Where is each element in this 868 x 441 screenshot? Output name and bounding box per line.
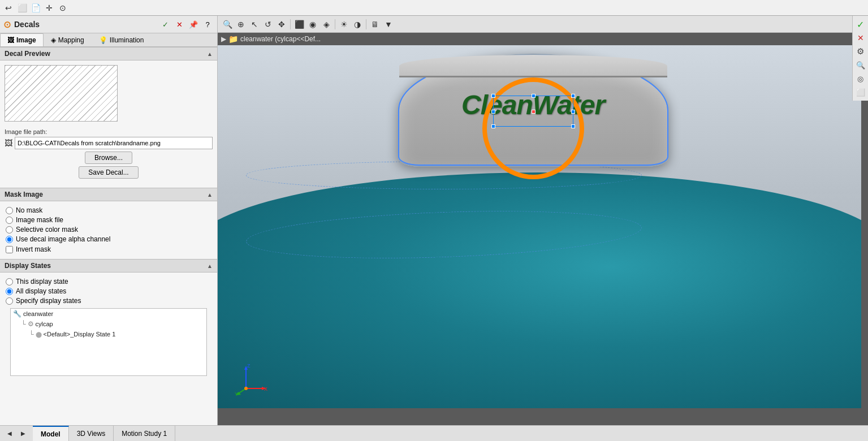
tab-illumination-label: Illumination — [110, 36, 144, 44]
mask-section: No mask Image mask file Selective color … — [0, 201, 217, 259]
right-confirm-icon[interactable]: ✓ — [854, 18, 867, 31]
viewport-toolbar: 🔍 ⊕ ↖ ↺ ✥ ⬛ ◉ ◈ ☀ ◑ 🖥 ▼ — [218, 16, 868, 33]
vp-render-icon[interactable]: ◉ — [306, 18, 319, 31]
mask-no-mask-row: No mask — [6, 206, 211, 214]
toolbar-add-icon[interactable]: ✛ — [43, 2, 55, 14]
tree-connector2-icon: └ — [29, 330, 34, 338]
decal-preview-section-header[interactable]: Decal Preview ▲ — [0, 47, 217, 60]
tab-image-icon: 🖼 — [7, 36, 14, 44]
vp-shadow-icon[interactable]: ◑ — [351, 18, 364, 31]
mask-image-collapse-icon: ▲ — [207, 192, 213, 198]
decal-preview-box — [5, 65, 118, 122]
tab-mapping[interactable]: ◈ Mapping — [44, 33, 92, 46]
help-button[interactable]: ? — [201, 18, 214, 31]
mask-image-file-radio[interactable] — [6, 217, 13, 224]
mask-no-mask-label: No mask — [16, 206, 42, 214]
display-specify-states-label: Specify display states — [16, 297, 81, 305]
viewport-3d[interactable]: CleanWater — [218, 45, 861, 408]
tab-illumination[interactable]: 💡 Illumination — [92, 33, 152, 46]
mask-alpha-channel-radio[interactable] — [6, 236, 13, 243]
brand-text: CleanWater — [461, 89, 604, 120]
mask-selective-color-row: Selective color mask — [6, 226, 211, 234]
mask-invert-row: Invert mask — [6, 245, 211, 253]
bottom-next-icon[interactable]: ▶ — [17, 427, 29, 440]
display-specify-states-radio[interactable] — [6, 297, 13, 305]
mask-no-mask-radio[interactable] — [6, 207, 13, 214]
scene-background: CleanWater — [218, 45, 861, 408]
tree-node-cleanwater[interactable]: 🔧 cleanwater — [11, 309, 206, 319]
tree-node-display-state-text: <Default>_Display State 1 — [44, 331, 116, 338]
pin-button[interactable]: 📌 — [187, 18, 200, 31]
display-states-title: Display States — [5, 262, 51, 270]
save-decal-button[interactable]: Save Decal... — [79, 166, 138, 179]
vp-cursor-icon[interactable]: ↖ — [248, 18, 261, 31]
vp-monitor-icon[interactable]: 🖥 — [369, 18, 381, 31]
right-cancel-icon[interactable]: ✕ — [854, 32, 867, 44]
file-path-input[interactable] — [15, 137, 213, 149]
vp-sep-1 — [290, 19, 291, 29]
left-panel-outer: ⊙ Decals ✓ ✕ 📌 ? 🖼 Image ◈ Mappi — [0, 16, 218, 425]
vp-more-icon[interactable]: ▼ — [382, 18, 395, 31]
svg-text:Z: Z — [247, 363, 251, 369]
mask-invert-checkbox[interactable] — [6, 246, 13, 253]
main-area: ⊙ Decals ✓ ✕ 📌 ? 🖼 Image ◈ Mappi — [0, 16, 868, 425]
browse-button[interactable]: Browse... — [85, 152, 132, 164]
vp-material-icon[interactable]: ◈ — [320, 18, 332, 31]
tree-node-cylcap[interactable]: └ ⚙ cylcap — [19, 319, 206, 329]
file-path-label: Image file path: — [5, 128, 213, 135]
tab-image[interactable]: 🖼 Image — [0, 33, 44, 46]
display-states-section: This display state All display states Sp… — [0, 273, 217, 383]
tab-mapping-icon: ◈ — [51, 36, 56, 44]
mask-invert-label: Invert mask — [16, 245, 51, 253]
display-all-states-radio[interactable] — [6, 288, 13, 295]
preview-hatch-pattern — [5, 66, 117, 121]
tree-node-cylcap-text: cylcap — [36, 321, 53, 327]
toolbar-open-icon[interactable]: 📄 — [29, 2, 42, 14]
right-circle-icon[interactable]: ◎ — [854, 72, 867, 85]
decal-preview-area — [0, 60, 217, 126]
right-search-icon[interactable]: 🔍 — [854, 59, 867, 71]
top-toolbar: ↩ ⬜ 📄 ✛ ⊙ — [0, 0, 868, 16]
right-square-icon[interactable]: ⬜ — [854, 86, 867, 98]
vp-light-icon[interactable]: ☀ — [338, 18, 350, 31]
vp-zoom-icon[interactable]: ⊕ — [235, 18, 247, 31]
mask-image-section-header[interactable]: Mask Image ▲ — [0, 188, 217, 201]
tree-node-display-state[interactable]: └ ⬤ <Default>_Display State 1 — [27, 329, 206, 339]
display-all-states-row: All display states — [6, 287, 211, 295]
panel-title-group: ⊙ Decals — [3, 19, 40, 30]
right-gear-icon[interactable]: ⚙ — [854, 45, 867, 58]
tab-mapping-label: Mapping — [58, 36, 84, 44]
mask-alpha-channel-row: Use decal image alpha channel — [6, 235, 211, 243]
toolbar-new-icon[interactable]: ⬜ — [16, 2, 28, 14]
panel-header: ⊙ Decals ✓ ✕ 📌 ? — [0, 16, 217, 33]
bottom-tab-motion-study[interactable]: Motion Study 1 — [114, 426, 175, 441]
bottom-tab-3dviews[interactable]: 3D Views — [69, 426, 114, 441]
breadcrumb-text: cleanwater (cylcap<<Def... — [240, 35, 321, 43]
mask-selective-color-radio[interactable] — [6, 226, 13, 234]
tabs-row: 🖼 Image ◈ Mapping 💡 Illumination — [0, 33, 217, 47]
toolbar-back-icon[interactable]: ↩ — [2, 2, 15, 14]
right-viewport: 🔍 ⊕ ↖ ↺ ✥ ⬛ ◉ ◈ ☀ ◑ 🖥 ▼ ▶ 📁 cleanwater (… — [218, 16, 868, 425]
tree-node-cylcap-icon: ⚙ — [28, 320, 34, 328]
cancel-button[interactable]: ✕ — [173, 18, 185, 31]
breadcrumb-arrow-icon: ▶ — [221, 35, 226, 43]
mask-image-file-label: Image mask file — [16, 216, 63, 224]
bottom-tab-model[interactable]: Model — [33, 426, 69, 441]
tab-illumination-icon: 💡 — [99, 36, 107, 44]
toolbar-circle-icon[interactable]: ⊙ — [57, 2, 69, 14]
vp-pan-icon[interactable]: ✥ — [275, 18, 288, 31]
bottom-prev-icon[interactable]: ◀ — [3, 427, 16, 440]
breadcrumb-bar: ▶ 📁 cleanwater (cylcap<<Def... — [218, 33, 324, 45]
decal-preview-title: Decal Preview — [5, 50, 50, 58]
mask-selective-color-label: Selective color mask — [16, 226, 78, 234]
vp-search-icon[interactable]: 🔍 — [221, 18, 234, 31]
display-this-state-radio[interactable] — [6, 278, 13, 286]
display-states-section-header[interactable]: Display States ▲ — [0, 259, 217, 273]
confirm-button[interactable]: ✓ — [159, 18, 171, 31]
cylinder-rim — [399, 55, 667, 77]
display-states-collapse-icon: ▲ — [207, 263, 213, 269]
vp-rotate-icon[interactable]: ↺ — [262, 18, 274, 31]
tab-image-label: Image — [16, 36, 36, 44]
panel-content: Decal Preview ▲ Image file path: 🖼 Brows… — [0, 47, 217, 425]
vp-cube-icon[interactable]: ⬛ — [293, 18, 305, 31]
